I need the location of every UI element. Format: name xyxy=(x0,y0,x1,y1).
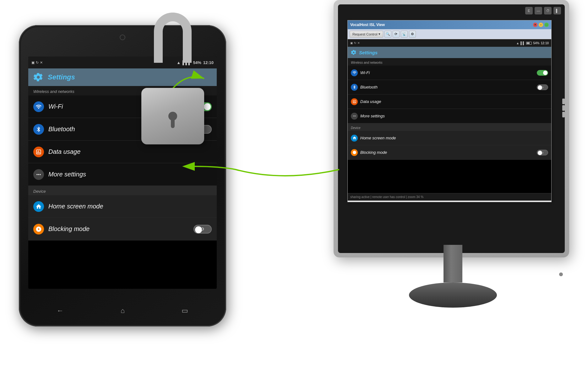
monitor-stand-neck xyxy=(444,245,462,283)
mini-cell-signal: ▌▌ xyxy=(520,41,525,45)
block-icon-circle xyxy=(33,224,44,234)
mini-block-icon xyxy=(351,149,358,156)
blocking-label: Blocking mode xyxy=(48,225,189,233)
bluetooth-icon-circle xyxy=(33,124,44,135)
remote-status-text: sharing active | remote user has control… xyxy=(350,195,423,199)
window-max-btn[interactable]: □ xyxy=(544,23,549,27)
mini-data-label: Data usage xyxy=(360,99,548,104)
home-button[interactable]: ⌂ xyxy=(121,307,125,315)
monitor-button-1[interactable] xyxy=(562,99,565,104)
monitor-icon-dash: — xyxy=(535,7,542,14)
toolbar-settings-icon[interactable]: ⚙ xyxy=(409,31,416,38)
mini-gear-icon xyxy=(351,50,357,55)
mini-blocking-toggle[interactable]: O xyxy=(537,150,548,155)
monitor-top-icons: E — ⏱ ▌ xyxy=(525,7,561,14)
request-control-label: Request Control xyxy=(352,32,378,36)
data-label: Data usage xyxy=(48,148,212,155)
mini-status-bar: ▣ ↻ ✕ ▲ ▌▌ 54% 12:10 xyxy=(348,39,551,47)
mini-device-section: Device xyxy=(348,123,551,131)
mini-more-label: More settings xyxy=(360,114,548,118)
mini-home-label: Home screen mode xyxy=(360,136,548,140)
mini-blocking-row[interactable]: Blocking mode O xyxy=(348,145,551,160)
mini-wifi-row[interactable]: Wi-Fi xyxy=(348,66,551,80)
more-label: More settings xyxy=(48,171,212,178)
mini-status-right: ▲ ▌▌ 54% 12:10 xyxy=(516,41,549,45)
monitor: E — ⏱ ▌ VocalHost ISL View ✕ − □ xyxy=(334,0,572,345)
sync-icon: ↻ xyxy=(36,61,39,65)
mini-wifi-signal: ▲ xyxy=(516,41,519,45)
monitor-stand-base xyxy=(409,283,497,308)
blocking-toggle[interactable]: O xyxy=(193,225,212,234)
recents-button[interactable]: ▭ xyxy=(182,307,188,315)
mini-wifi-icon xyxy=(351,69,358,76)
mini-blocking-label: Blocking mode xyxy=(360,150,534,155)
mini-status-left: ▣ ↻ ✕ xyxy=(350,41,360,45)
mini-wireless-section: Wireless and networks xyxy=(348,58,551,66)
mini-battery-fill xyxy=(527,42,530,44)
monitor-icon-e: E xyxy=(525,7,533,14)
window-min-btn[interactable]: − xyxy=(539,23,543,27)
toolbar-search-icon[interactable]: 🔍 xyxy=(384,31,391,38)
mini-bluetooth-row[interactable]: Bluetooth O xyxy=(348,80,551,94)
mini-more-icon xyxy=(351,113,358,120)
padlock-shackle xyxy=(154,13,192,63)
mini-bluetooth-icon xyxy=(351,84,358,91)
toolbar-refresh-icon[interactable]: ⟳ xyxy=(393,31,400,38)
data-icon-circle xyxy=(33,147,44,157)
mini-settings-header: Settings xyxy=(348,47,551,58)
mini-data-row[interactable]: Data usage xyxy=(348,94,551,109)
monitor-outer-bezel: E — ⏱ ▌ VocalHost ISL View ✕ − □ xyxy=(334,0,569,257)
mini-wifi-knob xyxy=(543,71,547,75)
mini-data-icon xyxy=(351,98,358,105)
phone-settings-title: Settings xyxy=(48,73,75,81)
remote-android-screen: ▣ ↻ ✕ ▲ ▌▌ 54% 12:10 xyxy=(348,39,551,193)
home-label: Home screen mode xyxy=(48,203,212,210)
padlock xyxy=(119,13,226,144)
mini-wifi-label: Wi-Fi xyxy=(360,70,534,75)
mini-more-row[interactable]: More settings xyxy=(348,109,551,123)
phone-home-row[interactable]: Home screen mode xyxy=(28,195,217,218)
mini-home-icon xyxy=(351,135,358,142)
status-icons-left: ▣ ↻ ✕ xyxy=(31,61,43,65)
monitor-button-3[interactable] xyxy=(562,112,565,117)
phone-nav-bar: ← ⌂ ▭ xyxy=(28,301,217,320)
tools-icon: ✕ xyxy=(40,61,43,65)
window-close-btn[interactable]: ✕ xyxy=(533,23,537,27)
mini-home-row[interactable]: Home screen mode xyxy=(348,131,551,145)
phone-blocking-row[interactable]: Blocking mode O xyxy=(28,218,217,240)
remote-status-bar: sharing active | remote user has control… xyxy=(348,193,551,201)
phone-more-row[interactable]: More settings xyxy=(28,163,217,186)
more-icon-circle xyxy=(33,169,44,180)
monitor-power-button[interactable] xyxy=(559,272,563,276)
screenshot-icon: ▣ xyxy=(31,61,35,65)
padlock-keyhole xyxy=(168,112,177,121)
dropdown-chevron-icon: ▾ xyxy=(378,32,380,36)
phone-device-section: Device xyxy=(28,186,217,195)
request-control-btn[interactable]: Request Control ▾ xyxy=(350,31,383,38)
remote-desktop-window: VocalHost ISL View ✕ − □ Request Control… xyxy=(347,20,552,202)
mini-time: 12:10 xyxy=(541,41,549,45)
mini-bluetooth-toggle[interactable]: O xyxy=(537,84,548,90)
mini-tools-icon: ✕ xyxy=(357,41,360,45)
monitor-icon-signal: ▌ xyxy=(553,7,561,14)
monitor-side-buttons xyxy=(562,99,565,117)
mini-settings-title: Settings xyxy=(359,50,378,55)
monitor-button-2[interactable] xyxy=(562,105,565,111)
mini-sync-icon: ↻ xyxy=(354,41,357,45)
remote-window-title: VocalHost ISL View xyxy=(350,23,385,27)
mini-wifi-toggle[interactable] xyxy=(537,70,548,76)
monitor-icon-clock: ⏱ xyxy=(544,7,552,14)
monitor-bezel: E — ⏱ ▌ VocalHost ISL View ✕ − □ xyxy=(338,4,565,253)
mini-screenshot-icon: ▣ xyxy=(350,41,353,45)
back-button[interactable]: ← xyxy=(57,307,64,315)
toolbar-connect-icon[interactable]: 📡 xyxy=(401,31,408,38)
remote-toolbar: Request Control ▾ 🔍 ⟳ 📡 ⚙ xyxy=(348,29,551,39)
settings-gear-icon xyxy=(33,72,43,82)
svg-point-2 xyxy=(353,151,356,154)
remote-title-bar: VocalHost ISL View ✕ − □ xyxy=(348,20,551,29)
padlock-body xyxy=(141,88,204,144)
window-controls: ✕ − □ xyxy=(533,23,549,27)
wifi-icon-circle xyxy=(33,101,44,112)
mini-battery-icon xyxy=(526,42,532,45)
mini-bluetooth-label: Bluetooth xyxy=(360,85,534,89)
